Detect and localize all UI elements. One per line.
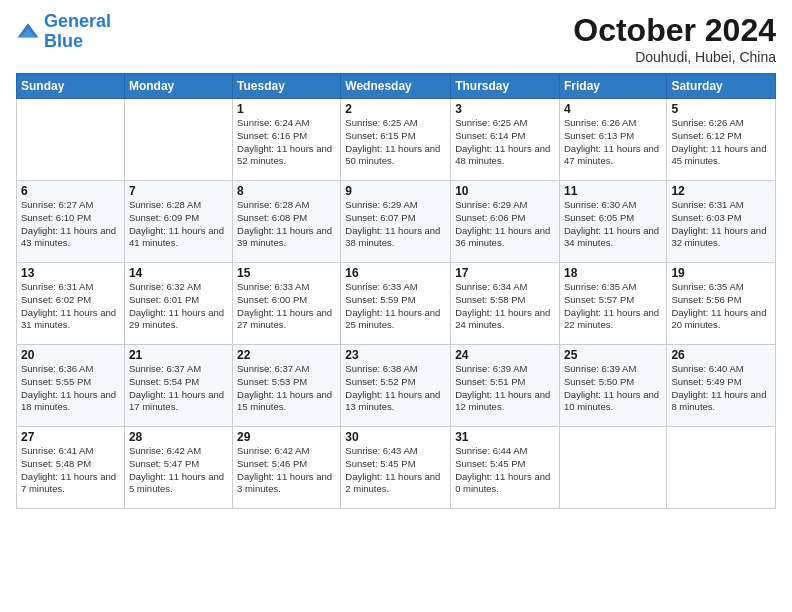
- day-number: 6: [21, 184, 120, 198]
- logo-icon: [16, 20, 40, 44]
- day-info: Sunrise: 6:38 AMSunset: 5:52 PMDaylight:…: [345, 363, 446, 414]
- week-row-3: 13Sunrise: 6:31 AMSunset: 6:02 PMDayligh…: [17, 263, 776, 345]
- header: General Blue October 2024 Douhudi, Hubei…: [16, 12, 776, 65]
- day-number: 25: [564, 348, 662, 362]
- calendar-cell: 2Sunrise: 6:25 AMSunset: 6:15 PMDaylight…: [341, 99, 451, 181]
- calendar-cell: 4Sunrise: 6:26 AMSunset: 6:13 PMDaylight…: [559, 99, 666, 181]
- day-number: 9: [345, 184, 446, 198]
- day-info: Sunrise: 6:28 AMSunset: 6:09 PMDaylight:…: [129, 199, 228, 250]
- day-info: Sunrise: 6:32 AMSunset: 6:01 PMDaylight:…: [129, 281, 228, 332]
- calendar-cell: 7Sunrise: 6:28 AMSunset: 6:09 PMDaylight…: [124, 181, 232, 263]
- calendar-cell: 5Sunrise: 6:26 AMSunset: 6:12 PMDaylight…: [667, 99, 776, 181]
- day-number: 8: [237, 184, 336, 198]
- col-header-monday: Monday: [124, 74, 232, 99]
- day-info: Sunrise: 6:41 AMSunset: 5:48 PMDaylight:…: [21, 445, 120, 496]
- day-info: Sunrise: 6:31 AMSunset: 6:02 PMDaylight:…: [21, 281, 120, 332]
- day-info: Sunrise: 6:27 AMSunset: 6:10 PMDaylight:…: [21, 199, 120, 250]
- day-info: Sunrise: 6:29 AMSunset: 6:07 PMDaylight:…: [345, 199, 446, 250]
- col-header-sunday: Sunday: [17, 74, 125, 99]
- day-info: Sunrise: 6:39 AMSunset: 5:50 PMDaylight:…: [564, 363, 662, 414]
- week-row-5: 27Sunrise: 6:41 AMSunset: 5:48 PMDayligh…: [17, 427, 776, 509]
- day-number: 11: [564, 184, 662, 198]
- day-number: 18: [564, 266, 662, 280]
- day-info: Sunrise: 6:40 AMSunset: 5:49 PMDaylight:…: [671, 363, 771, 414]
- week-row-1: 1Sunrise: 6:24 AMSunset: 6:16 PMDaylight…: [17, 99, 776, 181]
- calendar-cell: 28Sunrise: 6:42 AMSunset: 5:47 PMDayligh…: [124, 427, 232, 509]
- day-number: 26: [671, 348, 771, 362]
- day-number: 1: [237, 102, 336, 116]
- day-number: 16: [345, 266, 446, 280]
- day-info: Sunrise: 6:26 AMSunset: 6:13 PMDaylight:…: [564, 117, 662, 168]
- day-info: Sunrise: 6:31 AMSunset: 6:03 PMDaylight:…: [671, 199, 771, 250]
- day-number: 17: [455, 266, 555, 280]
- day-number: 19: [671, 266, 771, 280]
- title-block: October 2024 Douhudi, Hubei, China: [573, 12, 776, 65]
- calendar-table: SundayMondayTuesdayWednesdayThursdayFrid…: [16, 73, 776, 509]
- day-info: Sunrise: 6:30 AMSunset: 6:05 PMDaylight:…: [564, 199, 662, 250]
- day-number: 5: [671, 102, 771, 116]
- day-number: 20: [21, 348, 120, 362]
- calendar-cell: 14Sunrise: 6:32 AMSunset: 6:01 PMDayligh…: [124, 263, 232, 345]
- location-subtitle: Douhudi, Hubei, China: [573, 49, 776, 65]
- calendar-cell: 30Sunrise: 6:43 AMSunset: 5:45 PMDayligh…: [341, 427, 451, 509]
- calendar-cell: 29Sunrise: 6:42 AMSunset: 5:46 PMDayligh…: [233, 427, 341, 509]
- calendar-cell: 24Sunrise: 6:39 AMSunset: 5:51 PMDayligh…: [451, 345, 560, 427]
- day-number: 30: [345, 430, 446, 444]
- calendar-cell: [667, 427, 776, 509]
- week-row-2: 6Sunrise: 6:27 AMSunset: 6:10 PMDaylight…: [17, 181, 776, 263]
- calendar-cell: 6Sunrise: 6:27 AMSunset: 6:10 PMDaylight…: [17, 181, 125, 263]
- day-info: Sunrise: 6:29 AMSunset: 6:06 PMDaylight:…: [455, 199, 555, 250]
- day-number: 7: [129, 184, 228, 198]
- day-number: 14: [129, 266, 228, 280]
- calendar-cell: 17Sunrise: 6:34 AMSunset: 5:58 PMDayligh…: [451, 263, 560, 345]
- calendar-cell: 21Sunrise: 6:37 AMSunset: 5:54 PMDayligh…: [124, 345, 232, 427]
- day-info: Sunrise: 6:34 AMSunset: 5:58 PMDaylight:…: [455, 281, 555, 332]
- calendar-cell: 20Sunrise: 6:36 AMSunset: 5:55 PMDayligh…: [17, 345, 125, 427]
- col-header-friday: Friday: [559, 74, 666, 99]
- calendar-cell: 22Sunrise: 6:37 AMSunset: 5:53 PMDayligh…: [233, 345, 341, 427]
- calendar-header-row: SundayMondayTuesdayWednesdayThursdayFrid…: [17, 74, 776, 99]
- week-row-4: 20Sunrise: 6:36 AMSunset: 5:55 PMDayligh…: [17, 345, 776, 427]
- calendar-cell: 8Sunrise: 6:28 AMSunset: 6:08 PMDaylight…: [233, 181, 341, 263]
- day-number: 28: [129, 430, 228, 444]
- day-number: 22: [237, 348, 336, 362]
- logo: General Blue: [16, 12, 111, 52]
- calendar-cell: 3Sunrise: 6:25 AMSunset: 6:14 PMDaylight…: [451, 99, 560, 181]
- day-number: 21: [129, 348, 228, 362]
- calendar-cell: 1Sunrise: 6:24 AMSunset: 6:16 PMDaylight…: [233, 99, 341, 181]
- day-number: 4: [564, 102, 662, 116]
- logo-line2: Blue: [44, 31, 83, 51]
- calendar-cell: [124, 99, 232, 181]
- calendar-cell: 19Sunrise: 6:35 AMSunset: 5:56 PMDayligh…: [667, 263, 776, 345]
- calendar-cell: 16Sunrise: 6:33 AMSunset: 5:59 PMDayligh…: [341, 263, 451, 345]
- month-title: October 2024: [573, 12, 776, 49]
- day-number: 15: [237, 266, 336, 280]
- calendar-cell: [17, 99, 125, 181]
- day-info: Sunrise: 6:25 AMSunset: 6:14 PMDaylight:…: [455, 117, 555, 168]
- day-info: Sunrise: 6:28 AMSunset: 6:08 PMDaylight:…: [237, 199, 336, 250]
- day-info: Sunrise: 6:24 AMSunset: 6:16 PMDaylight:…: [237, 117, 336, 168]
- calendar-cell: 11Sunrise: 6:30 AMSunset: 6:05 PMDayligh…: [559, 181, 666, 263]
- page: General Blue October 2024 Douhudi, Hubei…: [0, 0, 792, 612]
- calendar-cell: 13Sunrise: 6:31 AMSunset: 6:02 PMDayligh…: [17, 263, 125, 345]
- calendar-cell: 31Sunrise: 6:44 AMSunset: 5:45 PMDayligh…: [451, 427, 560, 509]
- day-number: 29: [237, 430, 336, 444]
- day-info: Sunrise: 6:37 AMSunset: 5:54 PMDaylight:…: [129, 363, 228, 414]
- calendar-cell: 15Sunrise: 6:33 AMSunset: 6:00 PMDayligh…: [233, 263, 341, 345]
- calendar-cell: 9Sunrise: 6:29 AMSunset: 6:07 PMDaylight…: [341, 181, 451, 263]
- calendar-cell: 23Sunrise: 6:38 AMSunset: 5:52 PMDayligh…: [341, 345, 451, 427]
- logo-line1: General: [44, 11, 111, 31]
- day-number: 31: [455, 430, 555, 444]
- day-info: Sunrise: 6:43 AMSunset: 5:45 PMDaylight:…: [345, 445, 446, 496]
- day-info: Sunrise: 6:33 AMSunset: 5:59 PMDaylight:…: [345, 281, 446, 332]
- col-header-thursday: Thursday: [451, 74, 560, 99]
- day-info: Sunrise: 6:26 AMSunset: 6:12 PMDaylight:…: [671, 117, 771, 168]
- day-number: 10: [455, 184, 555, 198]
- day-info: Sunrise: 6:44 AMSunset: 5:45 PMDaylight:…: [455, 445, 555, 496]
- col-header-tuesday: Tuesday: [233, 74, 341, 99]
- calendar-cell: 18Sunrise: 6:35 AMSunset: 5:57 PMDayligh…: [559, 263, 666, 345]
- day-number: 23: [345, 348, 446, 362]
- day-info: Sunrise: 6:39 AMSunset: 5:51 PMDaylight:…: [455, 363, 555, 414]
- day-info: Sunrise: 6:37 AMSunset: 5:53 PMDaylight:…: [237, 363, 336, 414]
- calendar-cell: [559, 427, 666, 509]
